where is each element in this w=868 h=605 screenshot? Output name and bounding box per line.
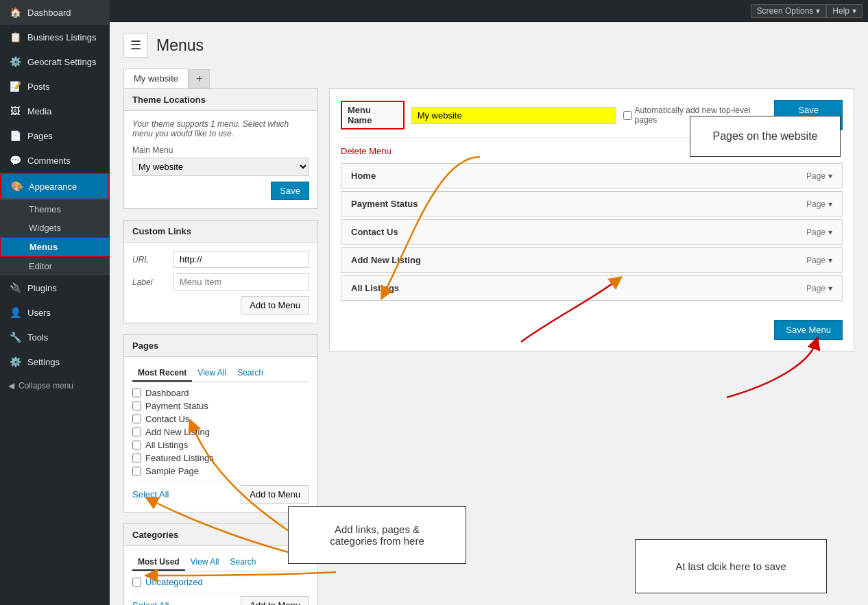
pages-checkbox-item-contact-us-page: Contact Us [132, 414, 309, 424]
pages-checkbox-item-dashboard-page: Dashboard [132, 388, 309, 398]
pages-checkbox-dashboard-page[interactable] [132, 388, 141, 397]
menu-item-payment-status[interactable]: Payment Status Page ▾ [341, 191, 843, 217]
categories-select-all-link[interactable]: Select All [132, 600, 169, 605]
pages-panel-title: Pages [132, 341, 158, 351]
sidebar-label-users: Users [27, 308, 51, 318]
sidebar-submenu-appearance: ThemesWidgetsMenusEditor [0, 200, 110, 275]
pages-checkbox-all-listings-page[interactable] [132, 441, 141, 449]
content-area: Theme Locations Your theme supports 1 me… [123, 88, 854, 605]
geocraft-settings-icon: ⚙️ [8, 55, 22, 69]
label-label: Label [132, 273, 173, 291]
pages-checkbox-contact-us-page[interactable] [132, 415, 141, 423]
menu-item-all-listings[interactable]: All Listings Page ▾ [341, 275, 843, 301]
pages-select-all-link[interactable]: Select All [132, 489, 169, 499]
pages-checkbox-sample-page[interactable] [132, 467, 141, 476]
theme-locations-save-button[interactable]: Save [271, 182, 309, 200]
categories-add-to-menu-button[interactable]: Add to Menu [241, 596, 309, 605]
menu-item-contact-us[interactable]: Contact Us Page ▾ [341, 219, 843, 245]
menu-item-chevron-all-listings[interactable]: ▾ [828, 284, 832, 293]
pages-add-to-menu-button[interactable]: Add to Menu [241, 485, 309, 504]
pages-checkbox-item-all-listings-page: All Listings [132, 440, 309, 450]
tab-my-website-label: My website [134, 73, 178, 84]
sidebar-item-editor[interactable]: Editor [0, 257, 110, 275]
help-button[interactable]: Help ▾ [826, 4, 863, 18]
sidebar-item-themes[interactable]: Themes [0, 200, 110, 219]
tab-add-icon: + [196, 73, 202, 84]
menu-name-input[interactable] [411, 107, 616, 124]
save-hint-text: At last clcik here to save [675, 560, 786, 572]
menu-item-chevron-add-new-listing[interactable]: ▾ [828, 256, 832, 265]
pages-tab-most-recent[interactable]: Most Recent [132, 365, 192, 382]
pages-panel-body: Most Recent View All Search Dashboard Pa… [124, 357, 317, 512]
label-input[interactable] [173, 273, 309, 291]
pages-checkbox-item-featured-listings-page: Featured Listings [132, 453, 309, 463]
tab-my-website[interactable]: My website [123, 69, 189, 88]
menu-item-chevron-payment-status[interactable]: ▾ [828, 199, 832, 209]
menu-item-chevron-home[interactable]: ▾ [828, 171, 832, 181]
pages-checkbox-add-new-listing-page[interactable] [132, 428, 141, 436]
pages-checkbox-featured-listings-page[interactable] [132, 454, 141, 462]
label-field-row: Label [132, 273, 309, 291]
page-icon: ☰ [123, 33, 148, 58]
custom-links-add-to-menu-button[interactable]: Add to Menu [241, 296, 309, 314]
pages-checkbox-payment-status-page[interactable] [132, 402, 141, 410]
pages-icon: 📄 [8, 129, 22, 143]
sidebar-item-posts[interactable]: 📝 Posts [0, 74, 110, 99]
main-menu-label: Main Menu [132, 145, 309, 155]
pages-tab-search[interactable]: Search [232, 365, 269, 382]
settings-icon: ⚙️ [8, 355, 22, 369]
categories-checkbox-uncategorized[interactable] [132, 578, 141, 587]
sidebar-item-tools[interactable]: 🔧 Tools [0, 325, 110, 349]
sidebar-item-users[interactable]: 👤 Users [0, 300, 110, 325]
menu-item-title-home: Home [351, 171, 376, 181]
theme-locations-panel: Theme Locations Your theme supports 1 me… [123, 88, 318, 209]
sidebar-item-settings[interactable]: ⚙️ Settings [0, 349, 110, 374]
tab-add[interactable]: + [189, 69, 210, 88]
sidebar-label-dashboard: Dashboard [27, 8, 71, 18]
custom-links-panel: Custom Links URL Label [123, 220, 318, 323]
sidebar-item-business-listings[interactable]: 📋 Business Listings [0, 25, 110, 49]
auto-add-checkbox[interactable] [623, 111, 632, 120]
sidebar-label-geocraft-settings: Geocraft Settings [27, 57, 96, 67]
sidebar: 🏠 Dashboard 📋 Business Listings ⚙️ Geocr… [0, 0, 110, 605]
theme-locations-title: Theme Locations [132, 95, 206, 105]
sidebar-item-widgets[interactable]: Widgets [0, 219, 110, 237]
save-menu-bottom-button[interactable]: Save Menu [774, 320, 843, 340]
categories-tab-most-used[interactable]: Most Used [132, 554, 185, 571]
pages-checkbox-label-all-listings-page: All Listings [145, 440, 188, 450]
categories-panel-title: Categories [132, 530, 178, 540]
sidebar-item-geocraft-settings[interactable]: ⚙️ Geocraft Settings [0, 49, 110, 74]
url-field-row: URL [132, 251, 309, 268]
custom-links-body: URL Label Add to Menu [124, 243, 317, 323]
menu-item-title-add-new-listing: Add New Listing [351, 255, 421, 265]
collapse-menu[interactable]: ◀ Collapse menu [0, 374, 110, 397]
sidebar-item-plugins[interactable]: 🔌 Plugins [0, 275, 110, 300]
categories-tab-view-all[interactable]: View All [185, 554, 225, 571]
url-input[interactable] [173, 251, 309, 268]
page-wrapper: ☰ Menus My website + [110, 22, 868, 605]
theme-locations-body: Your theme supports 1 menu. Select which… [124, 111, 317, 208]
categories-tab-search[interactable]: Search [225, 554, 262, 571]
delete-menu-link[interactable]: Delete Menu [341, 146, 391, 156]
sidebar-item-appearance[interactable]: 🎨 Appearance [0, 173, 110, 200]
main-content: Screen Options ▾ Help ▾ ☰ Menus My websi… [110, 0, 868, 605]
sidebar-item-pages[interactable]: 📄 Pages [0, 123, 110, 148]
custom-links-header: Custom Links [124, 221, 317, 243]
sidebar-item-comments[interactable]: 💬 Comments [0, 148, 110, 173]
main-menu-select[interactable]: My website [132, 158, 309, 176]
save-hint-annotation: At last clcik here to save [635, 539, 827, 593]
menu-item-chevron-contact-us[interactable]: ▾ [828, 227, 832, 237]
sidebar-item-menus[interactable]: Menus [0, 237, 110, 257]
sidebar-item-media[interactable]: 🖼 Media [0, 99, 110, 123]
pages-tab-view-all[interactable]: View All [192, 365, 232, 382]
categories-checkbox-label-uncategorized: Uncategorized [145, 577, 203, 587]
screen-options-button[interactable]: Screen Options ▾ [751, 4, 827, 18]
sidebar-item-dashboard[interactable]: 🏠 Dashboard [0, 0, 110, 25]
appearance-icon: 🎨 [10, 180, 23, 193]
menu-item-home[interactable]: Home Page ▾ [341, 163, 843, 188]
pages-checkbox-label-dashboard-page: Dashboard [145, 388, 189, 398]
menu-item-title-payment-status: Payment Status [351, 199, 418, 209]
pages-checkbox-item-sample-page: Sample Page [132, 466, 309, 476]
menu-item-add-new-listing[interactable]: Add New Listing Page ▾ [341, 247, 843, 273]
theme-support-note: Your theme supports 1 menu. Select which… [132, 119, 309, 138]
